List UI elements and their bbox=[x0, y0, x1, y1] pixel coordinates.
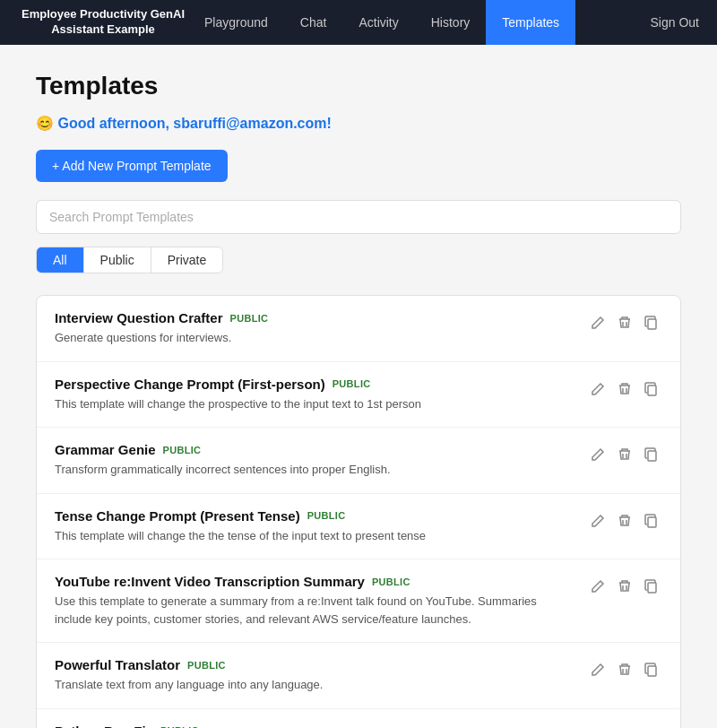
svg-rect-3 bbox=[648, 517, 656, 527]
template-title-text: Grammar Genie bbox=[55, 442, 156, 457]
copy-button[interactable] bbox=[641, 576, 662, 597]
edit-button[interactable] bbox=[587, 659, 609, 680]
delete-button[interactable] bbox=[614, 444, 635, 465]
template-item: Perspective Change Prompt (First-person)… bbox=[37, 362, 680, 429]
svg-rect-5 bbox=[648, 666, 656, 676]
template-actions bbox=[587, 657, 662, 680]
template-name: Powerful Translator PUBLIC bbox=[55, 657, 573, 672]
template-info: Tense Change Prompt (Present Tense) PUBL… bbox=[55, 508, 573, 545]
copy-button[interactable] bbox=[641, 312, 662, 334]
template-description: Use this template to generate a summary … bbox=[55, 593, 573, 628]
nav-activity[interactable]: Activity bbox=[342, 0, 414, 45]
delete-button[interactable] bbox=[614, 312, 635, 334]
nav-playground[interactable]: Playground bbox=[188, 0, 284, 45]
copy-button[interactable] bbox=[641, 725, 662, 729]
template-title-text: Interview Question Crafter bbox=[55, 310, 223, 325]
nav-history[interactable]: History bbox=[415, 0, 487, 45]
template-actions bbox=[587, 508, 662, 532]
template-info: YouTube re:Invent Video Transcription Su… bbox=[55, 574, 573, 628]
template-name: Python Bug Fix PUBLIC bbox=[55, 724, 573, 729]
edit-button[interactable] bbox=[587, 725, 609, 729]
edit-button[interactable] bbox=[587, 576, 609, 597]
template-actions bbox=[587, 574, 662, 597]
nav-links: Playground Chat Activity History Templat… bbox=[188, 0, 651, 45]
delete-button[interactable] bbox=[614, 510, 635, 532]
delete-button[interactable] bbox=[614, 378, 635, 400]
template-badge: PUBLIC bbox=[307, 510, 346, 521]
template-info: Perspective Change Prompt (First-person)… bbox=[55, 377, 573, 413]
sign-out-button[interactable]: Sign Out bbox=[651, 15, 699, 30]
template-actions bbox=[587, 724, 662, 729]
template-item: Grammar Genie PUBLIC Transform grammatic… bbox=[37, 428, 680, 494]
template-actions bbox=[587, 377, 662, 400]
edit-button[interactable] bbox=[587, 510, 609, 532]
template-item: Tense Change Prompt (Present Tense) PUBL… bbox=[37, 494, 680, 560]
template-item: Powerful Translator PUBLIC Translate tex… bbox=[37, 643, 680, 709]
template-description: Generate questions for interviews. bbox=[55, 329, 573, 347]
app-brand: Employee Productivity GenAI Assistant Ex… bbox=[18, 7, 188, 38]
template-description: This template will change the the tense … bbox=[55, 527, 573, 545]
template-title-text: Tense Change Prompt (Present Tense) bbox=[55, 508, 300, 524]
template-name: Tense Change Prompt (Present Tense) PUBL… bbox=[55, 508, 573, 524]
template-badge: PUBLIC bbox=[187, 660, 226, 671]
template-item: Python Bug Fix PUBLIC Detect and fix bug… bbox=[37, 709, 680, 729]
template-name: Interview Question Crafter PUBLIC bbox=[55, 310, 573, 325]
template-title-text: Perspective Change Prompt (First-person) bbox=[55, 377, 325, 392]
template-badge: PUBLIC bbox=[333, 378, 371, 389]
greeting-text: 😊 Good afternoon, sbaruffi@amazon.com! bbox=[36, 115, 681, 132]
delete-button[interactable] bbox=[614, 576, 635, 597]
template-name: Perspective Change Prompt (First-person)… bbox=[55, 377, 573, 392]
svg-rect-1 bbox=[648, 386, 656, 395]
template-description: This template will change the prospectiv… bbox=[55, 395, 573, 413]
main-content: Templates 😊 Good afternoon, sbaruffi@ama… bbox=[18, 45, 699, 728]
delete-button[interactable] bbox=[614, 659, 635, 680]
template-info: Powerful Translator PUBLIC Translate tex… bbox=[55, 657, 573, 694]
template-actions bbox=[587, 442, 662, 465]
nav-chat[interactable]: Chat bbox=[284, 0, 343, 45]
template-badge: PUBLIC bbox=[230, 313, 269, 324]
template-title-text: Python Bug Fix bbox=[55, 724, 153, 729]
copy-button[interactable] bbox=[641, 444, 662, 465]
template-title-text: Powerful Translator bbox=[55, 657, 180, 672]
svg-rect-0 bbox=[648, 319, 656, 329]
copy-button[interactable] bbox=[641, 378, 662, 400]
edit-button[interactable] bbox=[587, 312, 609, 334]
greeting-message: Good afternoon, sbaruffi@amazon.com! bbox=[57, 116, 331, 131]
template-description: Transform grammatically incorrect senten… bbox=[55, 461, 573, 479]
template-badge: PUBLIC bbox=[163, 445, 202, 455]
copy-button[interactable] bbox=[641, 510, 662, 532]
add-new-prompt-button[interactable]: + Add New Prompt Template bbox=[36, 150, 228, 182]
search-input[interactable] bbox=[36, 200, 681, 234]
template-info: Grammar Genie PUBLIC Transform grammatic… bbox=[55, 442, 573, 479]
edit-button[interactable] bbox=[587, 378, 609, 400]
template-item: YouTube re:Invent Video Transcription Su… bbox=[37, 559, 680, 643]
svg-rect-2 bbox=[648, 451, 656, 461]
template-name: Grammar Genie PUBLIC bbox=[55, 442, 573, 457]
template-info: Python Bug Fix PUBLIC Detect and fix bug… bbox=[55, 724, 573, 729]
nav-templates[interactable]: Templates bbox=[486, 0, 575, 45]
navbar: Employee Productivity GenAI Assistant Ex… bbox=[0, 0, 717, 45]
delete-button[interactable] bbox=[614, 725, 635, 729]
template-actions bbox=[587, 310, 662, 334]
filter-tab-public[interactable]: Public bbox=[84, 247, 151, 273]
svg-rect-4 bbox=[648, 583, 656, 593]
template-badge: PUBLIC bbox=[372, 576, 410, 587]
template-item: Interview Question Crafter PUBLIC Genera… bbox=[37, 296, 680, 362]
filter-tabs: All Public Private bbox=[36, 247, 223, 273]
template-description: Translate text from any language into an… bbox=[55, 676, 573, 694]
edit-button[interactable] bbox=[587, 444, 609, 465]
template-list: Interview Question Crafter PUBLIC Genera… bbox=[36, 295, 681, 728]
template-info: Interview Question Crafter PUBLIC Genera… bbox=[55, 310, 573, 347]
template-title-text: YouTube re:Invent Video Transcription Su… bbox=[55, 574, 365, 589]
page-title: Templates bbox=[36, 72, 681, 100]
template-name: YouTube re:Invent Video Transcription Su… bbox=[55, 574, 573, 589]
copy-button[interactable] bbox=[641, 659, 662, 680]
greeting-emoji: 😊 bbox=[36, 116, 54, 131]
filter-tab-private[interactable]: Private bbox=[151, 247, 223, 273]
filter-tab-all[interactable]: All bbox=[37, 247, 84, 273]
